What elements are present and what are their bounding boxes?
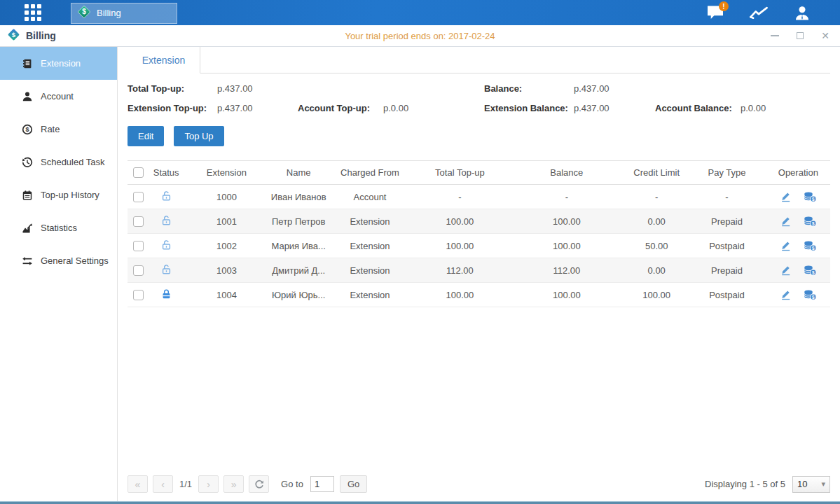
- extension-icon: [22, 58, 33, 69]
- next-page-button[interactable]: ›: [198, 475, 219, 493]
- window-titlebar: $ Billing Your trial period ends on: 201…: [0, 25, 840, 47]
- cell-extension: 1000: [184, 185, 269, 209]
- tab-extension[interactable]: Extension: [128, 47, 200, 74]
- account-topup-value: p.0.00: [383, 103, 484, 113]
- select-all-checkbox[interactable]: [133, 167, 144, 178]
- page-size-value: 10: [797, 479, 807, 489]
- goto-page-input[interactable]: [310, 476, 334, 492]
- svg-text:$: $: [812, 197, 815, 202]
- lock-open-icon: [161, 190, 172, 202]
- cell-credit-limit: 0.00: [626, 209, 687, 234]
- table-row: 1002 Мария Ива... Extension 100.00 100.0…: [128, 234, 830, 258]
- maximize-button[interactable]: [795, 31, 805, 41]
- balance-value: p.437.00: [574, 83, 655, 94]
- refresh-icon: [254, 479, 264, 489]
- col-pay-type: Pay Type: [687, 161, 766, 185]
- main-content: Extension Total Top-up: p.437.00 Balance…: [118, 47, 840, 501]
- edit-row-icon[interactable]: [780, 216, 792, 227]
- row-checkbox[interactable]: [133, 290, 144, 300]
- cell-extension: 1002: [184, 234, 269, 258]
- refresh-button[interactable]: [249, 475, 269, 493]
- cell-balance: 112.00: [508, 258, 626, 283]
- cell-pay-type: Postpaid: [687, 234, 766, 258]
- extension-topup-value: p.437.00: [217, 103, 298, 113]
- top-up-row-icon[interactable]: $: [804, 191, 817, 202]
- cell-balance: 100.00: [508, 209, 626, 234]
- cell-total-topup: 100.00: [412, 283, 507, 307]
- topup-history-icon: [22, 190, 33, 201]
- balance-summary: Total Top-up: p.437.00 Balance: p.437.00…: [128, 83, 830, 113]
- cell-total-topup: -: [412, 185, 507, 209]
- cell-credit-limit: -: [626, 185, 687, 209]
- cell-balance: 100.00: [508, 234, 626, 258]
- notification-badge: !: [719, 1, 729, 11]
- scheduled-task-icon: [22, 157, 33, 168]
- row-checkbox[interactable]: [133, 241, 144, 251]
- top-up-row-icon[interactable]: $: [804, 216, 817, 227]
- sidebar-item-topup-history[interactable]: Top-up History: [0, 178, 117, 211]
- table-row: 1001 Петр Петров Extension 100.00 100.00…: [128, 209, 830, 234]
- apps-grid-icon[interactable]: [25, 4, 41, 21]
- row-checkbox[interactable]: [133, 265, 144, 276]
- sidebar-item-scheduled-task[interactable]: Scheduled Task: [0, 146, 117, 178]
- edit-row-icon[interactable]: [780, 265, 792, 276]
- svg-text:$: $: [812, 221, 815, 227]
- cell-name: Юрий Юрь...: [270, 283, 328, 307]
- top-up-row-icon[interactable]: $: [804, 240, 817, 251]
- cell-pay-type: Prepaid: [687, 258, 766, 283]
- cell-credit-limit: 100.00: [626, 283, 687, 307]
- sidebar-item-extension[interactable]: Extension: [0, 47, 117, 80]
- account-topup-label: Account Top-up:: [298, 103, 383, 113]
- close-button[interactable]: ✕: [820, 31, 830, 41]
- user-account-icon[interactable]: [792, 4, 812, 22]
- total-topup-label: Total Top-up:: [128, 83, 217, 94]
- toolbar: Edit Top Up: [128, 126, 830, 146]
- col-extension: Extension: [184, 161, 269, 185]
- sidebar-item-general-settings[interactable]: General Settings: [0, 244, 117, 277]
- cell-extension: 1001: [184, 209, 269, 234]
- messages-icon[interactable]: !: [705, 4, 725, 22]
- svg-text:$: $: [12, 31, 16, 38]
- top-up-row-icon[interactable]: $: [804, 265, 817, 276]
- window-title: Billing: [26, 30, 56, 41]
- cell-pay-type: Postpaid: [687, 283, 766, 307]
- top-up-row-icon[interactable]: $: [804, 289, 817, 300]
- cell-total-topup: 112.00: [412, 258, 507, 283]
- edit-row-icon[interactable]: [780, 191, 792, 202]
- sidebar-item-account[interactable]: Account: [0, 80, 117, 113]
- sidebar-item-statistics[interactable]: Statistics: [0, 211, 117, 244]
- top-up-button[interactable]: Top Up: [174, 126, 223, 146]
- row-checkbox[interactable]: [133, 192, 144, 202]
- last-page-button[interactable]: »: [223, 475, 244, 493]
- edit-row-icon[interactable]: [780, 289, 792, 300]
- cell-total-topup: 100.00: [412, 234, 507, 258]
- first-page-button[interactable]: «: [128, 475, 148, 493]
- sidebar-item-label: Top-up History: [41, 190, 99, 200]
- prev-page-button[interactable]: ‹: [153, 475, 173, 493]
- goto-label: Go to: [281, 479, 303, 489]
- cell-balance: 100.00: [508, 283, 626, 307]
- svg-text:$: $: [812, 270, 815, 276]
- cell-charged-from: Extension: [328, 209, 412, 234]
- table-row: 1003 Дмитрий Д... Extension 112.00 112.0…: [128, 258, 830, 283]
- cell-credit-limit: 50.00: [626, 234, 687, 258]
- sidebar-item-rate[interactable]: $ Rate: [0, 113, 117, 146]
- edit-row-icon[interactable]: [780, 240, 792, 251]
- lock-open-icon: [161, 239, 172, 251]
- go-button[interactable]: Go: [340, 475, 367, 493]
- svg-text:$: $: [812, 295, 815, 300]
- page-size-select[interactable]: 10 ▾: [792, 476, 830, 493]
- account-balance-label: Account Balance:: [655, 103, 741, 113]
- edit-button[interactable]: Edit: [128, 126, 164, 146]
- billing-app-icon: $: [7, 28, 20, 43]
- minimize-button[interactable]: [770, 31, 780, 41]
- col-operation: Operation: [766, 161, 830, 185]
- sidebar-item-label: Scheduled Task: [41, 157, 105, 167]
- cell-charged-from: Extension: [328, 283, 412, 307]
- displaying-text: Displaying 1 - 5 of 5: [705, 479, 785, 489]
- taskbar-tab-billing[interactable]: $ Billing: [71, 3, 177, 24]
- extension-balance-label: Extension Balance:: [484, 103, 574, 113]
- account-balance-value: p.0.00: [741, 103, 830, 113]
- row-checkbox[interactable]: [133, 216, 144, 227]
- statistics-chart-icon[interactable]: [749, 4, 769, 22]
